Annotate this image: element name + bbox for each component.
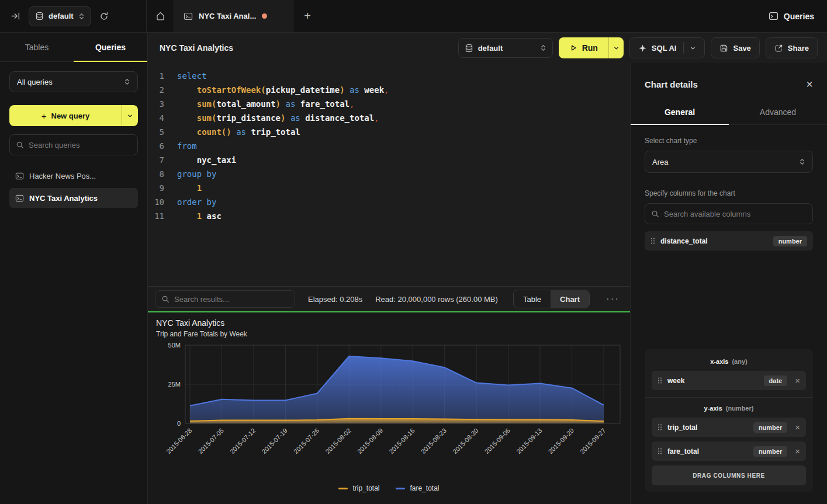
content-area: NYC Taxi Analytics default Run [148, 33, 827, 504]
legend-item[interactable]: fare_total [396, 484, 439, 492]
elapsed-time: Elapsed: 0.208s [308, 295, 362, 304]
new-query-button[interactable]: + New query [9, 105, 122, 126]
columns-search [645, 203, 813, 224]
legend-item[interactable]: trip_total [338, 484, 379, 492]
collapse-sidebar-button[interactable] [8, 9, 23, 23]
topbar-database-select[interactable]: default [29, 6, 91, 26]
tab-general[interactable]: General [631, 100, 729, 124]
plus-icon: + [41, 111, 47, 121]
new-tab-button[interactable]: + [293, 0, 321, 32]
queries-label: Queries [784, 12, 814, 21]
column-type-badge: number [753, 446, 787, 457]
sql-editor[interactable]: 1234567891011 select toStartOfWeek(picku… [148, 63, 630, 286]
more-options-button[interactable]: ··· [603, 293, 623, 305]
svg-text:2015-09-13: 2015-09-13 [515, 427, 543, 455]
query-main: 1234567891011 select toStartOfWeek(picku… [148, 63, 630, 504]
svg-text:2015-08-09: 2015-08-09 [356, 427, 384, 455]
columns-search-input[interactable] [664, 210, 807, 218]
sidebar-tab-tables[interactable]: Tables [0, 33, 74, 61]
axis-hint: (number) [726, 405, 754, 412]
tab-nyc-taxi-analytics[interactable]: NYC Taxi Anal... [174, 0, 293, 32]
tab-title: NYC Taxi Anal... [199, 12, 256, 20]
query-list-item[interactable]: NYC Taxi Analytics [9, 188, 138, 208]
query-search-input[interactable] [29, 141, 132, 150]
query-list-item[interactable]: Hacker News Pos... [9, 166, 138, 186]
query-icon [15, 172, 24, 180]
svg-text:2015-06-28: 2015-06-28 [165, 427, 193, 455]
svg-text:2015-08-16: 2015-08-16 [387, 427, 416, 455]
axis-column-chip[interactable]: fare_totalnumber× [652, 442, 806, 461]
results-search-input[interactable] [174, 295, 289, 304]
chart-details-title: Chart details [645, 79, 698, 89]
code-line: from [177, 139, 389, 153]
run-database-select[interactable]: default [458, 38, 553, 58]
svg-text:2015-09-27: 2015-09-27 [579, 427, 607, 455]
view-tab-chart[interactable]: Chart [551, 290, 589, 308]
chart-type-select[interactable]: Area [645, 151, 813, 173]
sql-ai-caret[interactable] [683, 42, 696, 54]
column-name: fare_total [667, 447, 699, 456]
collapse-sidebar-icon [11, 11, 20, 21]
unsaved-changes-dot [262, 13, 267, 19]
sparkle-icon [638, 44, 647, 53]
queries-icon [769, 11, 778, 21]
database-icon [35, 12, 44, 20]
tab-advanced[interactable]: Advanced [729, 100, 827, 124]
axis-column-chip[interactable]: weekdate× [652, 371, 806, 390]
new-query-caret-button[interactable] [122, 105, 138, 126]
results-chart-svg[interactable]: 025M50M2015-06-282015-07-052015-07-12201… [156, 340, 622, 483]
column-name: trip_total [667, 423, 697, 432]
save-label: Save [733, 44, 750, 53]
sql-ai-button[interactable]: SQL AI [629, 37, 705, 58]
run-caret-button[interactable] [608, 37, 624, 58]
query-filter-select[interactable]: All queries [9, 71, 138, 92]
query-item-label: NYC Taxi Analytics [29, 194, 98, 203]
svg-text:2015-07-19: 2015-07-19 [261, 427, 289, 455]
query-icon [15, 194, 24, 203]
remove-column-button[interactable]: × [795, 376, 800, 385]
query-item-label: Hacker News Pos... [29, 172, 96, 180]
columns-section-label: Specify columns for the chart [645, 189, 813, 197]
home-button[interactable] [147, 0, 174, 32]
svg-text:2015-09-06: 2015-09-06 [483, 427, 511, 455]
available-column-chip[interactable]: distance_totalnumber [645, 231, 813, 251]
column-type-badge: number [753, 422, 787, 433]
updown-chevron-icon [540, 44, 546, 51]
queries-button[interactable]: Queries [769, 11, 814, 21]
column-type-badge: date [764, 376, 788, 386]
query-search [9, 134, 138, 155]
refresh-button[interactable] [97, 9, 111, 23]
editor-code[interactable]: select toStartOfWeek(pickup_datetime) as… [169, 69, 389, 286]
chevron-down-icon [127, 113, 133, 119]
close-panel-button[interactable]: × [806, 78, 813, 90]
chart-details-header: Chart details × [631, 63, 827, 100]
run-split-button: Run [559, 37, 624, 58]
save-button[interactable]: Save [711, 37, 759, 58]
topbar: default NYC Taxi Anal... + Queries [0, 0, 827, 33]
play-icon [569, 44, 577, 52]
drag-handle-icon [650, 237, 655, 245]
query-tab-icon [184, 12, 193, 21]
remove-column-button[interactable]: × [795, 446, 800, 456]
share-button[interactable]: Share [766, 37, 818, 58]
rows-read: Read: 20,000,000 rows (260.00 MB) [375, 295, 498, 304]
drag-columns-dropzone[interactable]: DRAG COLUMNS HERE [652, 465, 806, 485]
view-tab-table[interactable]: Table [514, 290, 551, 308]
topbar-database-label: default [49, 12, 74, 20]
code-line: sum(trip_distance) as distance_total, [177, 111, 389, 125]
svg-text:50M: 50M [168, 342, 181, 349]
svg-text:2015-07-12: 2015-07-12 [229, 427, 257, 455]
axis-divider [645, 397, 813, 398]
chart-details-body: Select chart type Area Specify columns f… [631, 125, 827, 504]
share-label: Share [788, 44, 809, 53]
svg-text:2015-07-05: 2015-07-05 [197, 427, 225, 455]
axis-column-chip[interactable]: trip_totalnumber× [652, 418, 806, 437]
sidebar-tab-queries[interactable]: Queries [74, 33, 147, 61]
run-button[interactable]: Run [559, 37, 608, 58]
page-title: NYC Taxi Analytics [160, 43, 233, 53]
chart-subtitle: Trip and Fare Totals by Week [156, 330, 622, 338]
view-toggle: Table Chart [513, 290, 590, 308]
remove-column-button[interactable]: × [795, 422, 800, 432]
code-line: 1 [177, 181, 389, 195]
results-toolbar: Elapsed: 0.208s Read: 20,000,000 rows (2… [148, 286, 630, 311]
